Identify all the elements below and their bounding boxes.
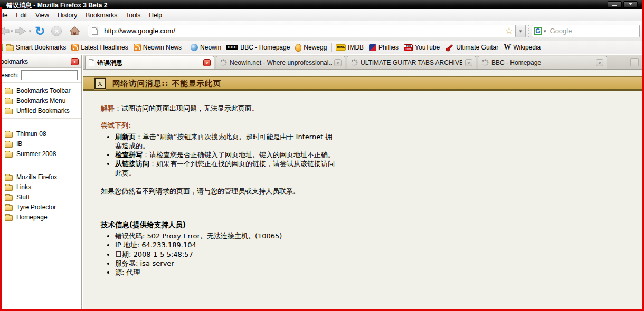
home-button[interactable] (69, 26, 80, 36)
sidebar-item-summer-2008[interactable]: Summer 2008 (0, 149, 81, 159)
error-x-icon: X (94, 78, 106, 89)
search-engine-dropdown-icon[interactable]: ▾ (542, 28, 548, 34)
tab-error-message[interactable]: 错误消息 x (85, 56, 214, 69)
stop-icon[interactable]: ✕ (51, 26, 62, 36)
sidebar-item-homepage[interactable]: Homepage (0, 212, 81, 222)
bookmark-youtube[interactable]: YouTube YouTube (401, 43, 442, 52)
loading-spinner-icon (220, 59, 227, 66)
tab-close-icon[interactable]: x (334, 59, 342, 66)
bookmark-neowin-news[interactable]: Neowin News (131, 43, 184, 52)
folder-icon (5, 132, 13, 138)
try-label: 尝试下列: (101, 121, 131, 129)
wikipedia-w-icon (504, 44, 511, 51)
folder-icon (5, 142, 13, 148)
folder-icon (6, 45, 14, 51)
loading-spinner-icon (351, 59, 358, 66)
url-input[interactable]: http://www.google.com/ (101, 27, 505, 35)
bookmark-phillies[interactable]: Phillies (366, 43, 401, 52)
tips-list: 刷新页：单击“刷新”按钮来再次搜索此页。超时可能是由于 Internet 拥塞造… (101, 132, 337, 178)
sidebar-item-stuff[interactable]: Stuff (0, 192, 81, 202)
menu-edit[interactable]: Edit (12, 10, 31, 21)
sidebar-header: Bookmarks x (0, 55, 81, 68)
folder-icon (5, 205, 13, 211)
menu-help[interactable]: Help (145, 10, 166, 21)
newegg-egg-icon (295, 44, 301, 52)
tech-item: 错误代码: 502 Proxy Error。无法连接主机。(10065) (115, 231, 337, 240)
loading-spinner-icon (481, 59, 489, 66)
folder-icon (5, 89, 13, 94)
home-icon (69, 26, 80, 36)
page-content: X 网络访问消息:: 不能显示此页 解释：试图访问的页面出现问题，无法显示此页面… (83, 70, 642, 309)
tab-close-icon[interactable]: x (596, 59, 603, 66)
bookmark-neowin[interactable]: Neowin (188, 43, 224, 52)
sidebar-item-thimun-08[interactable]: Thimun 08 (0, 129, 81, 139)
bookmark-newegg[interactable]: Newegg (292, 43, 329, 53)
tech-info-list: 错误代码: 502 Proxy Error。无法连接主机。(10065) IP … (101, 231, 337, 277)
bookmark-bbc-homepage[interactable]: BBC - Homepage (224, 43, 292, 52)
sidebar-close-button[interactable]: x (71, 58, 79, 65)
forward-button[interactable]: ▾ (14, 25, 32, 37)
tab-close-icon[interactable]: x (465, 59, 472, 66)
tab-bbc-homepage[interactable]: BBC - Homepage x (478, 56, 607, 69)
sidebar-search-input[interactable] (21, 70, 78, 80)
navigation-toolbar: ▾ ▾ ↻ ✕ http://www.google.com/ ☆ ▾ G ▾ G… (0, 21, 644, 41)
sidebar-item-ib[interactable]: IB (0, 139, 81, 149)
search-input[interactable]: Google (550, 27, 572, 35)
folder-icon (5, 215, 13, 221)
menu-history[interactable]: History (53, 10, 81, 21)
tech-item: 日期: 2008-1-5 5:48:57 (115, 250, 337, 259)
bookmark-star-icon[interactable]: ☆ (505, 25, 513, 36)
menu-bookmarks[interactable]: Bookmarks (81, 10, 121, 21)
rss-feed-icon (71, 44, 79, 51)
sidebar-item-mozilla-firefox[interactable]: Mozilla Firefox (0, 172, 81, 182)
menu-view[interactable]: View (31, 10, 53, 21)
tab-neowin[interactable]: Neowin.net - Where unprofessional... x (216, 56, 345, 69)
reload-icon[interactable]: ↻ (35, 25, 45, 37)
bookmark-wikipedia[interactable]: Wikipedia (501, 43, 543, 52)
bookmarks-sidebar: Bookmarks x Search: Bookmarks Toolbar Bo… (0, 55, 82, 309)
sidebar-search-label: Search: (0, 72, 18, 79)
menu-tools[interactable]: Tools (121, 10, 145, 21)
sidebar-folder-list: Bookmarks Toolbar Bookmarks Menu Unfiled… (0, 83, 81, 222)
explain-label: 解释 (101, 104, 115, 112)
list-all-tabs-button[interactable] (630, 58, 639, 66)
sidebar-item-bookmarks-menu[interactable]: Bookmarks Menu (0, 95, 81, 105)
bookmarks-separator (331, 43, 332, 52)
tab-strip: 错误消息 x Neowin.net - Where unprofessional… (83, 55, 642, 70)
toolbar-grip (528, 25, 529, 37)
error-body: 解释：试图访问的页面出现问题，无法显示此页面。 尝试下列: 刷新页：单击“刷新”… (101, 104, 337, 277)
back-dropdown-icon[interactable]: ▾ (11, 28, 13, 34)
bookmark-latest-headlines[interactable]: Latest Headlines (69, 43, 130, 52)
tech-item: 源: 代理 (115, 268, 337, 277)
tab-close-icon[interactable]: x (203, 59, 211, 66)
url-bar[interactable]: http://www.google.com/ ☆ (88, 25, 516, 37)
contact-text: 如果您仍然看不到请求的页面，请与您的管理员或支持人员联系。 (101, 187, 337, 196)
tip-item: 从链接访问：如果有一个到您正在找的网页的链接，请尝试从该链接访问此页。 (115, 159, 337, 178)
forward-dropdown-icon[interactable]: ▾ (29, 28, 32, 34)
bookmark-smart-bookmarks[interactable]: Smart Bookmarks (3, 43, 69, 52)
tip-item: 刷新页：单击“刷新”按钮来再次搜索此页。超时可能是由于 Internet 拥塞造… (115, 132, 337, 151)
url-history-dropdown[interactable]: ▾ (516, 25, 526, 37)
neowin-icon (191, 44, 198, 51)
tab-ultimate-guitar[interactable]: ULTIMATE GUITAR TABS ARCHIVE ... x (347, 56, 476, 69)
window-title: 错误消息 - Mozilla Firefox 3 Beta 2 (6, 1, 107, 10)
sidebar-item-tyre-protector[interactable]: Tyre Protector (0, 202, 81, 212)
phillies-icon (369, 44, 376, 51)
google-engine-icon: G (534, 27, 542, 35)
bookmark-imdb[interactable]: IMDB (333, 43, 366, 52)
youtube-icon: YouTube (404, 44, 413, 51)
bookmarks-separator (186, 43, 186, 52)
forward-icon (14, 25, 29, 37)
sidebar-title: Bookmarks (0, 58, 28, 65)
search-box[interactable]: G ▾ Google (532, 25, 640, 37)
bookmark-ultimate-guitar[interactable]: Ultimate Guitar (442, 43, 501, 53)
sidebar-item-unfiled-bookmarks[interactable]: Unfiled Bookmarks (0, 105, 81, 115)
desktop-edge (0, 309, 644, 311)
sidebar-divider (0, 169, 81, 169)
sidebar-item-bookmarks-toolbar[interactable]: Bookmarks Toolbar (0, 85, 81, 95)
error-header-band: X 网络访问消息:: 不能显示此页 (83, 76, 642, 91)
minimize-button[interactable] (608, 1, 622, 8)
sidebar-item-links[interactable]: Links (0, 182, 81, 192)
rss-feed-icon (134, 44, 141, 51)
maximize-button[interactable] (623, 1, 638, 8)
